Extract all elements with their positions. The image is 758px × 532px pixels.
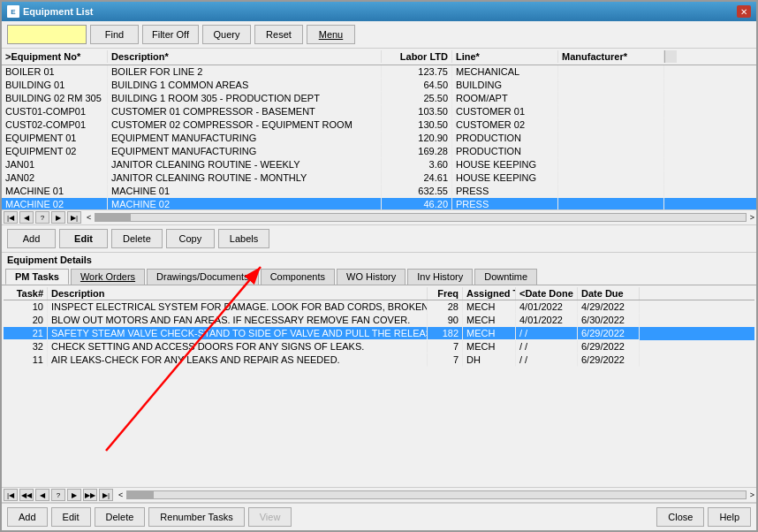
main-window: E Equipment List ✕ Find Filter Off Query… — [0, 0, 758, 532]
eq-cell-mfr — [558, 118, 664, 132]
eq-cell-no: MACHINE 01 — [2, 185, 108, 198]
tab-pm-tasks[interactable]: PM Tasks — [5, 269, 69, 285]
pm-next-page-btn[interactable]: ▶▶ — [83, 489, 97, 501]
eq-h-scroll-thumb — [95, 214, 131, 221]
eq-h-scrollbar[interactable] — [95, 213, 746, 222]
equipment-row[interactable]: JAN02 JANITOR CLEANING ROUTINE - MONTHLY… — [2, 171, 756, 185]
tab-inv-history[interactable]: Inv History — [407, 269, 473, 285]
eq-cell-desc: BUILDING 1 ROOM 305 - PRODUCTION DEPT — [108, 92, 382, 105]
pm-row[interactable]: 11 AIR LEAKS-CHECK FOR ANY LEAKS AND REP… — [4, 353, 754, 367]
pm-next-btn[interactable]: ▶ — [67, 489, 81, 501]
tabs-bar: PM Tasks Work Orders Drawings/Documents … — [2, 267, 756, 285]
filter-off-button[interactable]: Filter Off — [142, 25, 199, 44]
labels-button[interactable]: Labels — [218, 229, 269, 248]
details-title: Equipment Details — [2, 253, 756, 267]
eq-cell-desc: EQUIPMENT MANUFACTURING — [108, 132, 382, 145]
equipment-row[interactable]: MACHINE 02 MACHINE 02 46.20 PRESS — [2, 198, 756, 209]
reset-button[interactable]: Reset — [254, 25, 303, 44]
eq-cell-mfr — [558, 171, 664, 185]
pm-cell-desc: CHECK SETTING AND ACCESS DOORS FOR ANY S… — [48, 340, 428, 353]
pm-row[interactable]: 10 INSPECT ELECTRICAL SYSTEM FOR DAMAGE.… — [4, 300, 754, 314]
help-button[interactable]: Help — [708, 507, 751, 527]
eq-cell-line: CUSTOMER 02 — [452, 118, 558, 132]
pm-row[interactable]: 32 CHECK SETTING AND ACCESS DOORS FOR AN… — [4, 340, 754, 353]
equipment-row[interactable]: BUILDING 02 RM 305 BUILDING 1 ROOM 305 -… — [2, 92, 756, 105]
pm-cell-date-done: 4/01/2022 — [516, 300, 578, 314]
equipment-row[interactable]: JAN01 JANITOR CLEANING ROUTINE - WEEKLY … — [2, 158, 756, 171]
tab-drawings[interactable]: Drawings/Documents — [147, 269, 259, 285]
pm-cell-task: 11 — [4, 353, 48, 367]
pm-col-at: Assigned T — [463, 287, 516, 300]
edit-pm-button[interactable]: Edit — [51, 507, 91, 527]
equipment-table-header: >Equipment No* Description* Labor LTD Li… — [2, 49, 756, 65]
eq-first-btn[interactable]: |◀ — [4, 211, 18, 224]
pm-last-btn[interactable]: ▶| — [99, 489, 113, 501]
eq-cell-line: HOUSE KEEPING — [452, 171, 558, 185]
find-button[interactable]: Find — [90, 25, 139, 44]
eq-cell-labor: 120.90 — [382, 132, 452, 145]
equipment-row[interactable]: EQUIPMENT 02 EQUIPMENT MANUFACTURING 169… — [2, 145, 756, 158]
app-icon: E — [7, 5, 19, 18]
pm-first-btn[interactable]: |◀ — [4, 489, 18, 501]
eq-cell-desc: EQUIPMENT MANUFACTURING — [108, 145, 382, 158]
equipment-row[interactable]: BUILDING 01 BUILDING 1 COMMON AREAS 64.5… — [2, 79, 756, 92]
edit-equipment-button[interactable]: Edit — [59, 229, 108, 248]
pm-h-scrollbar[interactable] — [126, 490, 746, 499]
pm-cell-task: 32 — [4, 340, 48, 353]
eq-cell-no: EQUIPMENT 02 — [2, 145, 108, 158]
equipment-row[interactable]: CUST01-COMP01 CUSTOMER 01 COMPRESSOR - B… — [2, 105, 756, 118]
equipment-row[interactable]: BOILER 01 BOILER FOR LINE 2 123.75 MECHA… — [2, 65, 756, 79]
pm-cell-date-due: 6/29/2022 — [578, 353, 640, 367]
eq-cell-labor: 130.50 — [382, 118, 452, 132]
tab-components[interactable]: Components — [261, 269, 335, 285]
pm-cell-date-due: 6/29/2022 — [578, 340, 640, 353]
window-title: Equipment List — [23, 6, 93, 17]
eq-help-btn[interactable]: ? — [35, 211, 49, 224]
add-equipment-button[interactable]: Add — [7, 229, 56, 248]
pm-col-freq: Freq — [428, 287, 463, 300]
close-window-button[interactable]: ✕ — [737, 5, 751, 18]
pm-cell-assigned: MECH — [463, 300, 516, 314]
tab-downtime[interactable]: Downtime — [474, 269, 537, 285]
eq-cell-mfr — [558, 198, 664, 209]
pm-cell-freq: 182 — [428, 327, 463, 340]
pm-col-desc: Description — [48, 287, 428, 300]
pm-help-btn[interactable]: ? — [51, 489, 65, 501]
pm-prev-page-btn[interactable]: ◀◀ — [19, 489, 34, 501]
pm-h-scroll-thumb — [127, 491, 154, 498]
pm-cell-date-done: / / — [516, 353, 578, 367]
tab-work-orders[interactable]: Work Orders — [71, 269, 145, 285]
pm-table-body[interactable]: 10 INSPECT ELECTRICAL SYSTEM FOR DAMAGE.… — [4, 300, 754, 485]
query-button[interactable]: Query — [202, 25, 251, 44]
copy-equipment-button[interactable]: Copy — [166, 229, 215, 248]
pm-cell-freq: 7 — [428, 353, 463, 367]
tab-wo-history[interactable]: WO History — [337, 269, 406, 285]
equipment-row[interactable]: CUST02-COMP01 CUSTOMER 02 COMPRESSOR - E… — [2, 118, 756, 132]
pm-prev-btn[interactable]: ◀ — [35, 489, 49, 501]
view-pm-button[interactable]: View — [248, 507, 292, 527]
pm-col-task: Task# — [4, 287, 48, 300]
pm-cell-task: 10 — [4, 300, 48, 314]
toolbar: Find Filter Off Query Reset Menu — [2, 21, 756, 49]
eq-prev-btn[interactable]: ◀ — [19, 211, 34, 224]
title-bar: E Equipment List ✕ — [2, 2, 756, 21]
search-input[interactable] — [7, 25, 87, 44]
pm-row[interactable]: 20 BLOW OUT MOTORS AND FAN AREAS. IF NEC… — [4, 314, 754, 327]
pm-cell-desc: SAFETY STEAM VALVE CHECK-STAND TO SIDE O… — [48, 327, 428, 340]
equipment-row[interactable]: EQUIPMENT 01 EQUIPMENT MANUFACTURING 120… — [2, 132, 756, 145]
menu-button[interactable]: Menu — [307, 25, 355, 44]
renumber-tasks-button[interactable]: Renumber Tasks — [148, 507, 244, 527]
pm-cell-desc: BLOW OUT MOTORS AND FAN AREAS. IF NECESS… — [48, 314, 428, 327]
pm-row[interactable]: 21 SAFETY STEAM VALVE CHECK-STAND TO SID… — [4, 327, 754, 340]
equipment-table-body[interactable]: BOILER 01 BOILER FOR LINE 2 123.75 MECHA… — [2, 65, 756, 209]
delete-pm-button[interactable]: Delete — [95, 507, 146, 527]
pm-scroll-right: > — [750, 490, 754, 499]
delete-equipment-button[interactable]: Delete — [111, 229, 163, 248]
pm-cell-date-done: / / — [516, 340, 578, 353]
close-button[interactable]: Close — [656, 507, 704, 527]
eq-last-btn[interactable]: ▶| — [67, 211, 81, 224]
equipment-row[interactable]: MACHINE 01 MACHINE 01 632.55 PRESS — [2, 185, 756, 198]
add-pm-button[interactable]: Add — [7, 507, 48, 527]
eq-next-btn[interactable]: ▶ — [51, 211, 65, 224]
eq-cell-labor: 123.75 — [382, 65, 452, 79]
